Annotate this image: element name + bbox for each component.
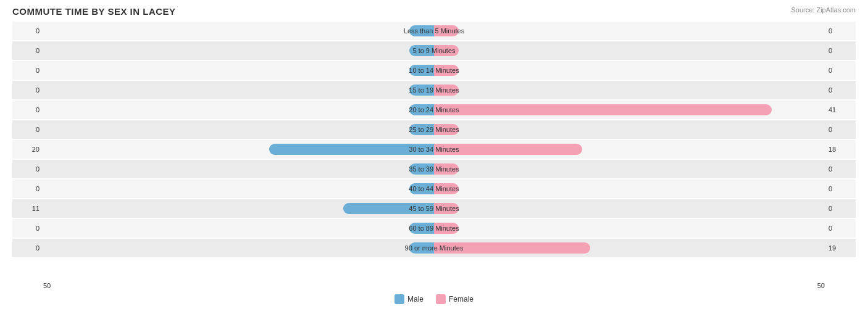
left-value: 0 [12,47,43,54]
female-bar [434,203,459,214]
table-row: 015 to 19 Minutes0 [12,81,856,99]
bars-center: 15 to 19 Minutes [43,81,825,99]
left-bar-wrap [409,163,434,175]
bars-center: 35 to 39 Minutes [43,160,825,178]
right-value: 0 [825,126,856,133]
table-row: 1145 to 59 Minutes0 [12,199,856,218]
left-bar-wrap [409,183,434,194]
right-bar-wrap [434,85,459,96]
legend-male-box [394,294,404,304]
right-bar-wrap [434,203,459,214]
right-value: 0 [825,47,856,54]
right-bar-wrap [434,223,459,234]
right-value: 0 [825,185,856,192]
bars-center: Less than 5 Minutes [43,22,825,40]
left-value: 0 [12,126,43,133]
table-row: 0Less than 5 Minutes0 [12,22,856,40]
female-bar [434,104,772,115]
bars-center: 30 to 34 Minutes [43,140,825,159]
right-value: 0 [825,205,856,212]
left-bar-wrap [409,85,434,96]
table-row: 020 to 24 Minutes41 [12,101,856,119]
right-value: 0 [825,165,856,173]
left-bar-wrap [409,223,434,234]
left-value: 0 [12,27,43,35]
right-bar-wrap [434,163,459,175]
left-bar-wrap [269,144,434,155]
right-value: 0 [825,225,856,232]
right-bar-wrap [434,242,590,254]
female-bar [434,183,459,194]
right-bar-wrap [434,183,459,194]
table-row: 010 to 14 Minutes0 [12,61,856,80]
female-bar [434,25,459,36]
table-row: 060 to 89 Minutes0 [12,219,856,237]
male-bar [409,85,434,96]
chart-area: 0Less than 5 Minutes005 to 9 Minutes0010… [12,22,856,281]
left-value: 0 [12,86,43,94]
male-bar [409,163,434,175]
source-label: Source: ZipAtlas.com [791,6,856,14]
male-bar [269,144,434,155]
male-bar [343,203,434,214]
left-value: 0 [12,67,43,74]
bars-center: 45 to 59 Minutes [43,199,825,218]
male-bar [409,25,434,36]
table-row: 035 to 39 Minutes0 [12,160,856,178]
left-bar-wrap [409,45,434,56]
left-value: 0 [12,185,43,192]
bars-center: 40 to 44 Minutes [43,180,825,198]
male-bar [409,124,434,135]
left-value: 0 [12,244,43,252]
left-value: 11 [12,205,43,212]
legend: Male Female [12,294,856,304]
female-bar [434,65,459,76]
female-bar [434,144,582,155]
legend-female: Female [436,294,474,304]
bars-center: 60 to 89 Minutes [43,219,825,237]
legend-male-label: Male [407,295,424,303]
female-bar [434,223,459,234]
left-bar-wrap [409,104,434,115]
female-bar [434,85,459,96]
left-value: 20 [12,146,43,153]
right-bar-wrap [434,124,459,135]
left-bar-wrap [343,203,434,214]
right-value: 0 [825,27,856,35]
left-bar-wrap [409,65,434,76]
right-bar-wrap [434,65,459,76]
female-bar [434,163,459,175]
male-bar [409,65,434,76]
bars-center: 10 to 14 Minutes [43,61,825,80]
left-value: 0 [12,106,43,114]
right-value: 19 [825,244,856,252]
chart-container: COMMUTE TIME BY SEX IN LACEY Source: Zip… [0,0,868,322]
left-value: 0 [12,165,43,173]
legend-male: Male [394,294,424,304]
bars-center: 90 or more Minutes [43,239,825,257]
bars-center: 20 to 24 Minutes [43,101,825,119]
male-bar [409,45,434,56]
axis-labels: 50 50 [12,282,856,289]
axis-left: 50 [43,282,51,289]
left-bar-wrap [409,124,434,135]
right-bar-wrap [434,104,772,115]
left-bar-wrap [409,25,434,36]
bars-center: 5 to 9 Minutes [43,41,825,60]
right-value: 41 [825,106,856,114]
legend-female-box [436,294,446,304]
female-bar [434,242,590,254]
male-bar [409,242,434,254]
chart-title: COMMUTE TIME BY SEX IN LACEY [12,6,856,17]
bars-center: 25 to 29 Minutes [43,120,825,139]
right-bar-wrap [434,144,582,155]
table-row: 025 to 29 Minutes0 [12,120,856,139]
table-row: 090 or more Minutes19 [12,239,856,257]
male-bar [409,104,434,115]
legend-female-label: Female [449,295,474,303]
male-bar [409,223,434,234]
axis-right: 50 [817,282,825,289]
table-row: 2030 to 34 Minutes18 [12,140,856,159]
right-value: 0 [825,86,856,94]
left-value: 0 [12,225,43,232]
